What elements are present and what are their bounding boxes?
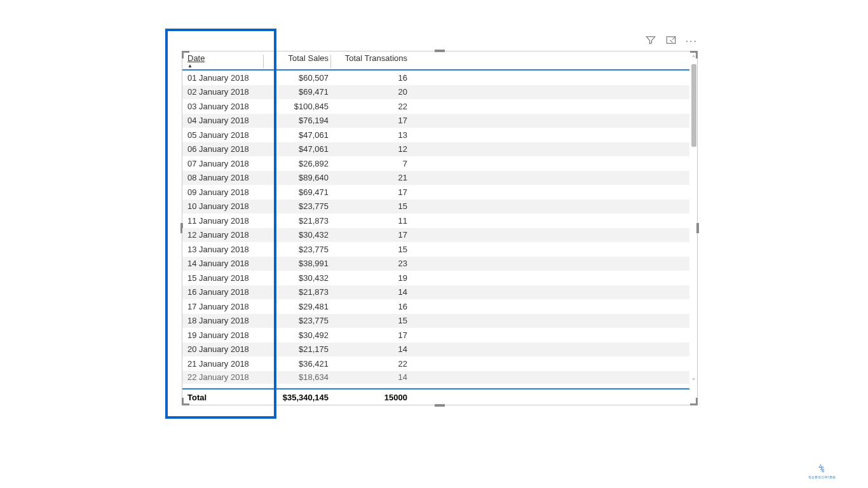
cell-trans: 14 <box>331 372 410 382</box>
table-total-row: Total $35,340,145 15000 <box>182 388 689 405</box>
cell-date: 17 January 2018 <box>182 302 264 311</box>
cell-trans: 13 <box>331 130 410 140</box>
cell-trans: 7 <box>331 159 410 168</box>
cell-trans: 21 <box>331 173 410 182</box>
cell-date: 03 January 2018 <box>182 102 264 111</box>
table-row[interactable]: 02 January 2018$69,47120 <box>182 85 689 100</box>
cell-sales: $23,775 <box>264 201 331 211</box>
table-row[interactable]: 21 January 2018$36,42122 <box>182 356 689 371</box>
cell-date: 10 January 2018 <box>182 201 264 211</box>
cell-sales: $30,492 <box>264 330 331 340</box>
cell-sales: $23,775 <box>264 245 331 254</box>
cell-date: 06 January 2018 <box>182 144 264 154</box>
cell-trans: 22 <box>331 102 410 111</box>
cell-date: 18 January 2018 <box>182 316 264 325</box>
column-header-total-transactions[interactable]: Total Transations <box>331 53 410 69</box>
cell-date: 13 January 2018 <box>182 245 264 254</box>
table-row[interactable]: 09 January 2018$69,47117 <box>182 185 689 200</box>
vertical-scrollbar[interactable]: ˄ ˅ <box>689 51 697 405</box>
table-row[interactable]: 11 January 2018$21,87311 <box>182 214 689 228</box>
table-row[interactable]: 05 January 2018$47,06113 <box>182 128 689 142</box>
cell-date: 07 January 2018 <box>182 159 264 168</box>
cell-trans: 19 <box>331 273 410 283</box>
cell-trans: 16 <box>331 73 410 83</box>
cell-date: 09 January 2018 <box>182 187 264 197</box>
cell-trans: 16 <box>331 302 410 311</box>
table-row[interactable]: 15 January 2018$30,43219 <box>182 271 689 285</box>
cell-trans: 20 <box>331 87 410 97</box>
table-visual[interactable]: Date ▲ Total Sales Total Transations 01 … <box>182 51 698 405</box>
table-row[interactable]: 06 January 2018$47,06112 <box>182 142 689 157</box>
cell-trans: 15 <box>331 316 410 325</box>
table-row[interactable]: 03 January 2018$100,84522 <box>182 99 689 114</box>
column-header-date-label: Date <box>187 53 205 63</box>
table-row[interactable]: 04 January 2018$76,19417 <box>182 114 689 128</box>
cell-sales: $60,507 <box>264 73 331 83</box>
filter-icon[interactable] <box>645 34 656 48</box>
cell-sales: $69,471 <box>264 187 331 197</box>
table-row[interactable]: 22 January 2018$18,63414 <box>182 371 689 384</box>
cell-date: 16 January 2018 <box>182 287 264 297</box>
column-header-total-sales[interactable]: Total Sales <box>264 53 331 69</box>
table-row[interactable]: 07 January 2018$26,8927 <box>182 156 689 171</box>
cell-sales: $100,845 <box>264 102 331 111</box>
cell-sales: $29,481 <box>264 302 331 311</box>
cell-sales: $36,421 <box>264 359 331 369</box>
table-row[interactable]: 20 January 2018$21,17514 <box>182 342 689 357</box>
scroll-down-icon[interactable]: ˅ <box>689 377 697 386</box>
table-row[interactable]: 08 January 2018$89,64021 <box>182 171 689 186</box>
cell-trans: 12 <box>331 144 410 154</box>
table-header-row: Date ▲ Total Sales Total Transations <box>182 51 689 71</box>
cell-date: 11 January 2018 <box>182 216 264 226</box>
watermark: ⚕ SUBSCRIBE <box>808 461 836 479</box>
table-row[interactable]: 17 January 2018$29,48116 <box>182 299 689 314</box>
column-header-date[interactable]: Date ▲ <box>182 53 264 69</box>
table-row[interactable]: 18 January 2018$23,77515 <box>182 314 689 329</box>
sort-ascending-icon: ▲ <box>187 63 193 69</box>
column-header-trans-label: Total Transations <box>345 53 407 63</box>
total-label: Total <box>182 393 264 402</box>
cell-date: 19 January 2018 <box>182 330 264 340</box>
table-row[interactable]: 14 January 2018$38,99123 <box>182 257 689 271</box>
cell-trans: 22 <box>331 359 410 369</box>
cell-date: 15 January 2018 <box>182 273 264 283</box>
cell-date: 21 January 2018 <box>182 359 264 369</box>
table-row[interactable]: 16 January 2018$21,87314 <box>182 285 689 300</box>
cell-trans: 23 <box>331 259 410 268</box>
more-options-icon[interactable]: ··· <box>686 36 698 46</box>
cell-trans: 17 <box>331 230 410 240</box>
table-body: 01 January 2018$60,5071602 January 2018$… <box>182 71 689 388</box>
cell-date: 05 January 2018 <box>182 130 264 140</box>
table-row[interactable]: 10 January 2018$23,77515 <box>182 200 689 214</box>
total-transactions: 15000 <box>331 393 410 402</box>
table-row[interactable]: 19 January 2018$30,49217 <box>182 328 689 342</box>
cell-sales: $89,640 <box>264 173 331 182</box>
focus-mode-icon[interactable] <box>665 34 677 48</box>
scroll-up-icon[interactable]: ˄ <box>689 54 697 63</box>
cell-trans: 14 <box>331 287 410 297</box>
cell-trans: 17 <box>331 187 410 197</box>
cell-trans: 14 <box>331 344 410 354</box>
cell-trans: 17 <box>331 116 410 125</box>
cell-date: 20 January 2018 <box>182 344 264 354</box>
table-row[interactable]: 12 January 2018$30,43217 <box>182 228 689 243</box>
cell-trans: 17 <box>331 330 410 340</box>
cell-date: 22 January 2018 <box>182 372 264 382</box>
cell-sales: $47,061 <box>264 130 331 140</box>
cell-sales: $30,432 <box>264 273 331 283</box>
cell-trans: 15 <box>331 201 410 211</box>
cell-sales: $76,194 <box>264 116 331 125</box>
cell-sales: $69,471 <box>264 87 331 97</box>
total-sales: $35,340,145 <box>264 393 331 402</box>
cell-sales: $26,892 <box>264 159 331 168</box>
table-row[interactable]: 13 January 2018$23,77515 <box>182 242 689 257</box>
cell-date: 02 January 2018 <box>182 87 264 97</box>
scroll-thumb[interactable] <box>691 64 696 147</box>
visual-header-toolbar: ··· <box>645 34 698 48</box>
cell-sales: $21,873 <box>264 216 331 226</box>
dna-icon: ⚕ <box>817 461 828 476</box>
table-row[interactable]: 01 January 2018$60,50716 <box>182 71 689 85</box>
cell-sales: $38,991 <box>264 259 331 268</box>
cell-sales: $21,873 <box>264 287 331 297</box>
column-header-sales-label: Total Sales <box>288 53 329 63</box>
